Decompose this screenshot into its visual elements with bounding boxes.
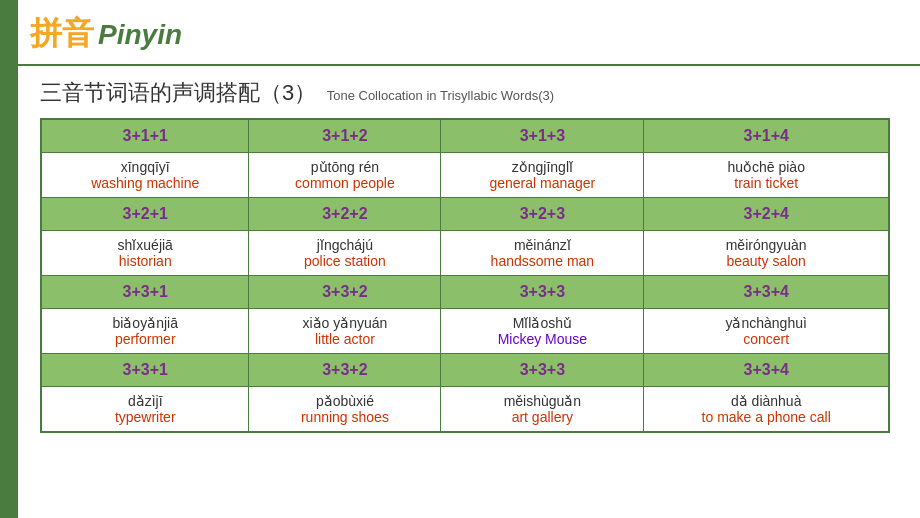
pinyin-text: dǎzìjī bbox=[46, 393, 244, 409]
pinyin-text: Mǐlǎoshǔ bbox=[445, 315, 639, 331]
header-cell: 3+2+2 bbox=[249, 198, 441, 231]
header-cell: 3+2+3 bbox=[441, 198, 644, 231]
data-cell: xīngqīyīwashing machine bbox=[41, 153, 249, 198]
header-cell: 3+3+1 bbox=[41, 276, 249, 309]
pinyin-text: yǎnchànghuì bbox=[648, 315, 884, 331]
english-text: typewriter bbox=[46, 409, 244, 425]
data-cell: huǒchē piàotrain ticket bbox=[644, 153, 889, 198]
header-cell: 3+3+4 bbox=[644, 354, 889, 387]
pinyin-text: xiǎo yǎnyuán bbox=[253, 315, 436, 331]
header-cell: 3+3+2 bbox=[249, 276, 441, 309]
english-text: train ticket bbox=[648, 175, 884, 191]
header-cell: 3+2+4 bbox=[644, 198, 889, 231]
pinyin-text: huǒchē piào bbox=[648, 159, 884, 175]
pinyin-text: pǎobùxié bbox=[253, 393, 436, 409]
data-cell: měinánzǐhandssome man bbox=[441, 231, 644, 276]
header-cell: 3+1+4 bbox=[644, 119, 889, 153]
header-cell: 3+3+3 bbox=[441, 276, 644, 309]
english-text: beauty salon bbox=[648, 253, 884, 269]
pinyin-text: biǎoyǎnjiā bbox=[46, 315, 244, 331]
english-text: running shoes bbox=[253, 409, 436, 425]
left-bar bbox=[0, 0, 18, 518]
pinyin-text: dǎ diànhuà bbox=[648, 393, 884, 409]
english-text: police station bbox=[253, 253, 436, 269]
header-cell: 3+2+1 bbox=[41, 198, 249, 231]
header-cell: 3+3+4 bbox=[644, 276, 889, 309]
data-cell: zǒngjīnglǐgeneral manager bbox=[441, 153, 644, 198]
pinyin-text: pǔtōng rén bbox=[253, 159, 436, 175]
data-cell: yǎnchànghuìconcert bbox=[644, 309, 889, 354]
data-cell: měiróngyuànbeauty salon bbox=[644, 231, 889, 276]
table-wrapper: 3+1+13+1+23+1+33+1+4xīngqīyīwashing mach… bbox=[0, 118, 920, 443]
subtitle-chinese: 三音节词语的声调搭配（3） bbox=[40, 80, 316, 105]
main-table: 3+1+13+1+23+1+33+1+4xīngqīyīwashing mach… bbox=[40, 118, 890, 433]
title-pinyin: Pinyin bbox=[98, 19, 182, 51]
pinyin-text: měiróngyuàn bbox=[648, 237, 884, 253]
data-cell: pǎobùxiérunning shoes bbox=[249, 387, 441, 433]
pinyin-text: shǐxuéjiā bbox=[46, 237, 244, 253]
data-cell: dǎ diànhuàto make a phone call bbox=[644, 387, 889, 433]
english-text: washing machine bbox=[46, 175, 244, 191]
english-text: concert bbox=[648, 331, 884, 347]
header-cell: 3+1+1 bbox=[41, 119, 249, 153]
english-text: art gallery bbox=[445, 409, 639, 425]
english-text: little actor bbox=[253, 331, 436, 347]
data-cell: MǐlǎoshǔMickey Mouse bbox=[441, 309, 644, 354]
english-text: common people bbox=[253, 175, 436, 191]
data-cell: biǎoyǎnjiāperformer bbox=[41, 309, 249, 354]
subtitle-english: Tone Collocation in Trisyllabic Words(3) bbox=[327, 88, 554, 103]
data-cell: dǎzìjītypewriter bbox=[41, 387, 249, 433]
data-cell: xiǎo yǎnyuánlittle actor bbox=[249, 309, 441, 354]
pinyin-text: zǒngjīnglǐ bbox=[445, 159, 639, 175]
header-cell: 3+3+1 bbox=[41, 354, 249, 387]
title-chinese: 拼音 bbox=[30, 12, 94, 56]
data-cell: pǔtōng réncommon people bbox=[249, 153, 441, 198]
english-text: to make a phone call bbox=[648, 409, 884, 425]
data-cell: shǐxuéjiāhistorian bbox=[41, 231, 249, 276]
english-text: handssome man bbox=[445, 253, 639, 269]
header-cell: 3+1+3 bbox=[441, 119, 644, 153]
pinyin-text: měishùguǎn bbox=[445, 393, 639, 409]
english-text: historian bbox=[46, 253, 244, 269]
english-text: performer bbox=[46, 331, 244, 347]
header: 拼音 Pinyin bbox=[0, 0, 920, 66]
header-cell: 3+3+3 bbox=[441, 354, 644, 387]
subtitle-section: 三音节词语的声调搭配（3） Tone Collocation in Trisyl… bbox=[0, 66, 920, 118]
page: 拼音 Pinyin 三音节词语的声调搭配（3） Tone Collocation… bbox=[0, 0, 920, 518]
data-cell: jǐngchájúpolice station bbox=[249, 231, 441, 276]
pinyin-text: jǐngchájú bbox=[253, 237, 436, 253]
header-cell: 3+3+2 bbox=[249, 354, 441, 387]
data-cell: měishùguǎnart gallery bbox=[441, 387, 644, 433]
pinyin-text: xīngqīyī bbox=[46, 159, 244, 175]
pinyin-text: měinánzǐ bbox=[445, 237, 639, 253]
header-cell: 3+1+2 bbox=[249, 119, 441, 153]
english-text: Mickey Mouse bbox=[445, 331, 639, 347]
english-text: general manager bbox=[445, 175, 639, 191]
